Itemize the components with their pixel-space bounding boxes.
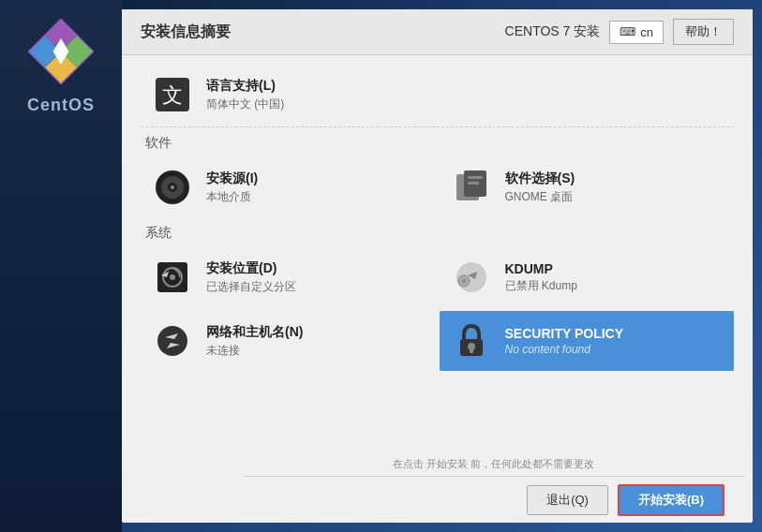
centos-logo-icon: [28, 19, 94, 84]
kdump-subtitle: 已禁用 Kdump: [505, 278, 725, 294]
security-subtitle: No content found: [505, 343, 725, 356]
network-item[interactable]: 网络和主机名(N) 未连接: [141, 311, 436, 371]
help-button[interactable]: 帮助！: [673, 19, 734, 45]
disk-item[interactable]: 安装位置(D) 已选择自定义分区: [141, 247, 436, 307]
disk-icon: [150, 255, 195, 300]
hint-text: 在点击 开始安装 前，任何此处都不需要更改: [393, 458, 594, 469]
software-section-label: 软件: [141, 135, 734, 152]
language-text: 语言支持(L) 简体中文 (中国): [206, 78, 725, 112]
kdump-item[interactable]: KDUMP 已禁用 Kdump: [440, 247, 735, 307]
keyboard-icon: ⌨: [620, 25, 635, 38]
network-text: 网络和主机名(N) 未连接: [206, 324, 426, 359]
page-title: 安装信息摘要: [141, 22, 231, 42]
svg-point-11: [171, 185, 174, 189]
system-grid: 安装位置(D) 已选择自定义分区 KDUMP 已禁用 Kdump: [141, 247, 734, 371]
source-icon: [150, 165, 195, 210]
language-selector[interactable]: ⌨ cn: [609, 21, 664, 44]
security-text: SECURITY POLICY No content found: [505, 326, 725, 356]
brand-name: CentOS: [27, 96, 95, 115]
language-subtitle: 简体中文 (中国): [206, 96, 725, 112]
software-text: 软件选择(S) GNOME 桌面: [505, 170, 725, 205]
quit-button[interactable]: 退出(Q): [527, 485, 608, 515]
network-title: 网络和主机名(N): [206, 324, 426, 341]
kdump-text: KDUMP 已禁用 Kdump: [505, 261, 725, 294]
language-title: 语言支持(L): [206, 78, 725, 95]
network-icon: [150, 318, 195, 363]
source-text: 安装源(I) 本地介质: [206, 170, 426, 205]
svg-point-18: [170, 274, 175, 280]
software-grid: 安装源(I) 本地介质 软件选择(S) GNOME 桌面: [141, 157, 734, 217]
svg-rect-14: [468, 176, 483, 179]
svg-rect-15: [468, 182, 479, 185]
svg-point-22: [157, 326, 187, 356]
svg-rect-25: [470, 347, 473, 353]
install-title: CENTOS 7 安装: [505, 23, 601, 40]
kdump-icon: [449, 255, 494, 300]
disk-subtitle: 已选择自定义分区: [206, 279, 426, 295]
software-icon: [449, 165, 494, 210]
title-bar: 安装信息摘要 CENTOS 7 安装 ⌨ cn 帮助！: [122, 9, 753, 55]
software-item[interactable]: 软件选择(S) GNOME 桌面: [440, 157, 735, 217]
svg-text:文: 文: [162, 83, 183, 107]
language-item[interactable]: 文 语言支持(L) 简体中文 (中国): [141, 65, 734, 127]
header-right: CENTOS 7 安装 ⌨ cn 帮助！: [505, 19, 734, 45]
sidebar: CentOS: [0, 0, 122, 532]
security-item[interactable]: SECURITY POLICY No content found: [440, 311, 735, 371]
software-title: 软件选择(S): [505, 170, 725, 187]
security-title: SECURITY POLICY: [505, 326, 725, 341]
footer-bar: 退出(Q) 开始安装(B): [244, 476, 743, 523]
disk-title: 安装位置(D): [206, 260, 426, 277]
security-icon: [449, 318, 494, 363]
language-value: cn: [640, 25, 653, 39]
system-section-label: 系统: [141, 225, 734, 242]
main-window: 安装信息摘要 CENTOS 7 安装 ⌨ cn 帮助！ 文 语言支持(L) 简体…: [122, 9, 753, 523]
start-install-button[interactable]: 开始安装(B): [618, 484, 725, 516]
language-icon: 文: [150, 72, 195, 117]
kdump-title: KDUMP: [505, 261, 725, 276]
software-subtitle: GNOME 桌面: [505, 189, 725, 205]
svg-point-21: [462, 279, 466, 283]
source-item[interactable]: 安装源(I) 本地介质: [141, 157, 436, 217]
disk-text: 安装位置(D) 已选择自定义分区: [206, 260, 426, 295]
content-area: 文 语言支持(L) 简体中文 (中国) 软件: [122, 55, 753, 477]
footer-hint: 在点击 开始安装 前，任何此处都不需要更改: [244, 457, 743, 471]
source-subtitle: 本地介质: [206, 189, 426, 205]
source-title: 安装源(I): [206, 170, 426, 187]
network-subtitle: 未连接: [206, 343, 426, 359]
